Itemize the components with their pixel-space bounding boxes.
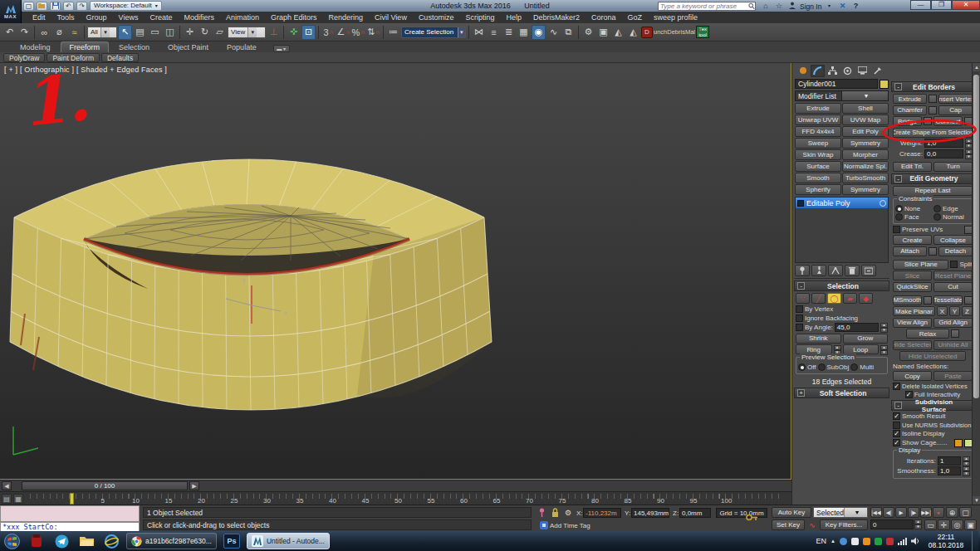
split-checkbox[interactable] [950,261,958,268]
smoothness-field[interactable]: 1,0 [938,466,961,475]
current-frame-marker[interactable] [70,493,74,505]
zoom-extents-button[interactable]: ▢ [959,507,972,518]
stack-item-editable-poly[interactable]: Editable Poly [796,197,888,208]
modifier-stack[interactable]: Editable Poly [795,197,889,263]
configure-modifier-sets-icon[interactable] [861,265,876,276]
by-vertex-checkbox[interactable] [796,305,803,313]
rectangular-selection-region-button[interactable]: ▭ [148,25,162,40]
edit-borders-rollout-header[interactable]: - Edit Borders [891,81,974,92]
mesh-cylinder-object[interactable]: x y [0,63,791,480]
delete-isolated-vertices-checkbox[interactable]: ✓ [893,383,900,390]
open-file-icon[interactable] [37,2,47,11]
modifier-button[interactable]: Edit Poly [842,126,889,137]
attach-button[interactable]: Attach [893,246,927,256]
tray-shield-icon[interactable] [886,538,894,545]
menu-item[interactable]: Modifiers [178,12,220,23]
insert-vertex-button[interactable]: Insert Vertex [938,94,973,104]
polygon-mode-icon[interactable]: ▰ [843,293,857,304]
textools-icon[interactable]: Textool [696,26,709,38]
material-editor-button[interactable]: ◉ [532,25,546,40]
go-to-start-button[interactable]: |◀◀ [870,507,882,518]
menu-item[interactable]: Scripting [459,12,500,23]
time-slider-handle[interactable]: 0 / 100 [22,481,188,490]
menu-item[interactable]: Edit [27,12,51,23]
snaps-toggle-button[interactable]: 3∩ [321,25,336,40]
favorites-star-icon[interactable]: ☆ [773,2,785,11]
show-desktop-button[interactable] [972,531,978,551]
slice-button[interactable]: Slice [893,271,932,280]
soft-selection-rollout-header[interactable]: + Soft Selection [794,388,889,398]
key-mode-toggle-button[interactable]: ● [933,507,944,518]
by-angle-checkbox[interactable] [796,324,803,331]
named-selection-set-combo[interactable]: Create Selection Se ▾ [401,27,466,38]
select-and-move-button[interactable]: ✛ [183,25,197,40]
object-color-swatch[interactable] [880,80,889,89]
workspace-dropdown[interactable]: Workspace: Default ▾ [90,1,162,11]
tray-flag-icon[interactable] [851,538,859,545]
loop-spinner[interactable]: ▲▼ [880,345,888,354]
scroll-down-icon[interactable]: ▼ [973,496,980,505]
border-mode-icon[interactable]: ◯ [827,293,841,304]
chamfer-settings-icon[interactable] [929,106,937,115]
language-indicator[interactable]: EN [816,537,827,545]
ribbon-tab-selection[interactable]: Selection [110,42,158,52]
taskbar-3dsmax-window[interactable]: Untitled - Autode... [247,533,330,549]
go-to-end-button[interactable]: ▶▶| [920,507,932,518]
bridge-settings-icon[interactable] [924,117,932,125]
selection-rollout-header[interactable]: - Selection [794,280,889,291]
tray-antivirus-icon[interactable] [875,538,882,545]
selection-filter-dropdown[interactable]: All ▾ [87,27,117,38]
frame-spinner[interactable]: ▲▼ [914,519,922,529]
ribbon-minimize-icon[interactable]: ▬ ▾ [273,45,290,52]
show-end-result-icon[interactable] [811,265,826,276]
graphite-ribbon-toggle-button[interactable]: ▦ [517,25,531,40]
copy-button[interactable]: Copy [893,371,932,381]
menu-item[interactable]: Corona [586,12,622,23]
angle-snap-toggle-button[interactable]: ∠∩ [336,25,350,40]
vertex-mode-icon[interactable]: ∵ [796,293,810,304]
network-icon[interactable] [898,537,907,545]
selection-lock-icon[interactable] [549,507,561,518]
ignore-backfacing-checkbox[interactable] [796,315,803,322]
modifier-button[interactable]: TurboSmooth [842,173,889,183]
infocenter-search[interactable] [658,2,756,11]
time-tag-icon[interactable] [538,519,550,530]
volume-icon[interactable] [911,537,920,545]
select-and-manipulate-button[interactable]: ✜ [287,25,301,40]
modifier-button[interactable]: Smooth [795,173,841,183]
modifier-button[interactable]: Extrude [795,103,841,114]
modifier-button[interactable]: Shell [842,103,889,114]
redo-icon[interactable]: ↷ [76,2,87,11]
constraint-normal-radio[interactable] [933,213,941,221]
cap-button[interactable]: Cap [938,105,973,115]
set-key-button[interactable]: Set Key [772,519,805,530]
tray-app-icon-orange[interactable] [863,538,870,545]
select-by-name-button[interactable]: ▤ [133,25,147,40]
stack-visibility-icon[interactable] [880,200,886,207]
maximize-viewport-button[interactable]: ▣ [964,519,977,530]
shrink-button[interactable]: Shrink [796,334,841,344]
isolate-selection-icon[interactable] [536,507,547,518]
cage-color-swatch[interactable] [954,439,963,447]
z-coord-field[interactable]: 0,0mm [679,508,711,518]
time-slider[interactable]: ◀ 0 / 100 ▶ [0,480,791,491]
modifier-button[interactable]: Sweep [795,138,841,149]
render-production-button[interactable]: ◭ [611,25,625,40]
current-frame-field[interactable]: 0 [870,519,914,529]
max-logo-icon[interactable]: MAX [0,0,22,23]
ring-spinner[interactable]: ▲▼ [834,345,841,354]
menu-item[interactable]: Customize [413,12,460,23]
tray-expand-icon[interactable]: ▲ [831,539,835,544]
schematic-view-button[interactable]: ⧉ [561,25,576,40]
curve-editor-button[interactable]: ∿ [546,25,561,40]
ribbon-tab-populate[interactable]: Populate [218,42,265,52]
window-crossing-toggle-button[interactable]: ◫ [163,25,177,40]
ribbon-panel-tab[interactable]: Defaults [101,53,139,62]
crease-field[interactable]: 0,0 [924,149,963,158]
modifier-button[interactable]: Normalize Spl. [842,161,889,172]
menu-item[interactable]: Graph Editors [265,12,323,23]
planar-x-button[interactable]: X [937,306,948,316]
modifier-button[interactable]: Skin Wrap [795,149,841,160]
menu-item[interactable]: Rendering [323,12,370,23]
file-explorer-icon[interactable] [76,533,96,549]
